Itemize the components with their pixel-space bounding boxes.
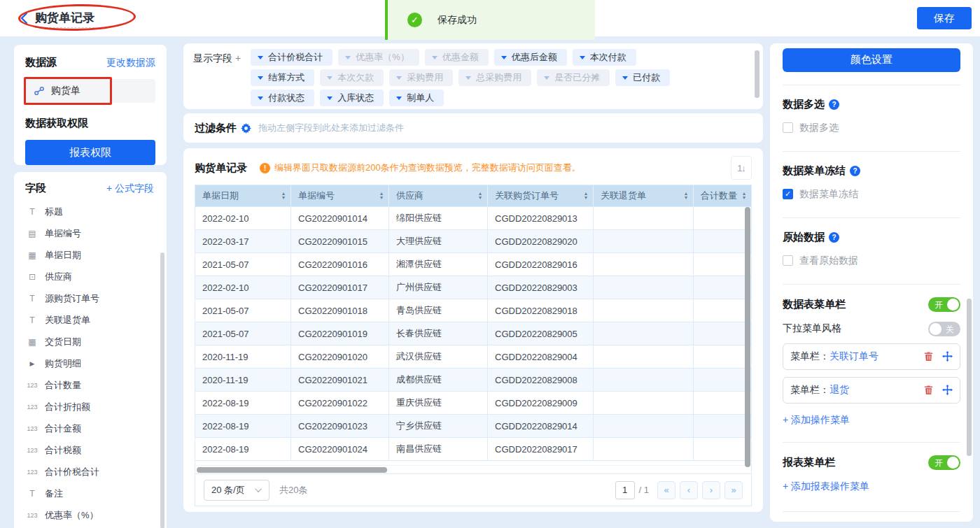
chevron-down-icon [465,76,471,80]
table-row[interactable]: 2022-02-10CG20220901014绵阳供应链CGDD20220829… [195,206,751,229]
raw-data-checkbox[interactable] [783,255,793,266]
table-row[interactable]: 2021-05-07CG20220901016湘潭供应链CGDD20220829… [195,252,751,276]
report-menubar-toggle[interactable]: 开 [928,455,960,470]
trash-icon[interactable] [923,351,934,362]
table-row[interactable]: 2022-03-17CG20220901015大理供应链CGDD20220829… [195,229,751,252]
display-field-chip[interactable]: 合计价税合计 [251,49,332,66]
field-item[interactable]: 123优惠率（%） [25,504,158,526]
table-cell [594,299,694,322]
first-page-button[interactable] [657,481,676,499]
column-header[interactable]: 单据日期▴▾ [195,185,291,206]
sort-arrows-icon[interactable]: ▴▾ [584,192,587,200]
table-row[interactable]: 2022-08-19CG20220901022重庆供应链CGDD20220829… [195,391,751,414]
last-page-button[interactable] [724,481,743,499]
column-header[interactable]: 合计数量▴▾ [694,185,751,206]
sort-arrows-icon[interactable]: ▴▾ [685,192,687,200]
table-row[interactable]: 2021-05-07CG20220901019长春供应链CGDD20220829… [195,322,751,345]
display-field-chips: 合计价税合计优惠率（%）优惠金额优惠后金额本次付款结算方式本次欠款采购费用总采购… [251,49,753,110]
field-item[interactable]: ▤单据编号 [25,222,158,244]
table-row[interactable]: 2022-08-19CG20220901024南昌供应链CGDD20220829… [195,437,751,460]
menu-freeze-checkbox[interactable]: ✓ [783,189,793,199]
multi-select-checkbox[interactable] [783,122,793,133]
help-icon[interactable]: ? [829,232,839,243]
fields-scrollbar[interactable] [160,252,164,528]
display-field-chip[interactable]: 结算方式 [251,69,314,86]
display-field-chip[interactable]: 本次欠款 [320,69,384,86]
display-field-chip[interactable]: 付款状态 [251,90,314,106]
sort-arrows-icon[interactable]: ▴▾ [743,192,746,200]
next-page-button[interactable] [702,481,720,499]
trash-icon[interactable] [923,385,934,395]
grid-vertical-scrollbar[interactable] [745,207,750,467]
field-item[interactable]: 123合计税额 [25,439,158,461]
sort-arrows-icon[interactable]: ▴▾ [282,192,285,200]
display-field-chip[interactable]: 总采购费用 [458,69,531,86]
help-icon[interactable]: ? [829,99,839,110]
menu-freeze-checkbox-row[interactable]: ✓ 数据菜单冻结 [783,188,960,201]
sort-arrows-icon[interactable]: ▴▾ [380,192,383,200]
table-row[interactable]: 2022-02-10CG20220901017广州供应链CGDD20220829… [195,276,751,299]
table-row[interactable]: 2022-08-19CG20220901023宁乡供应链CGDD20220829… [195,414,751,437]
horizontal-scrollbar[interactable] [197,467,387,473]
field-item[interactable]: 123合计数量 [25,374,158,396]
datasource-item[interactable]: 购货单 [25,79,155,103]
display-field-chip[interactable]: 入库状态 [320,90,384,106]
add-report-action-menu-link[interactable]: + 添加报表操作菜单 [783,480,960,493]
field-item[interactable]: ▦单据日期 [25,244,158,266]
table-row[interactable]: 2020-11-19CG20220901020武汉供应链CGDD20220829… [195,345,751,368]
settings-scrollbar[interactable] [967,299,972,456]
sort-icon[interactable] [731,156,752,180]
display-fields-scrollbar[interactable] [755,50,760,98]
field-item[interactable]: T标题 [25,201,158,222]
field-item[interactable]: 123合计金额 [25,418,158,439]
display-field-chip[interactable]: 优惠金额 [425,49,489,66]
page-number-input[interactable]: 1 [615,481,635,499]
field-item[interactable]: T关联退货单 [25,309,158,331]
save-button[interactable]: 保存 [917,7,972,29]
table-cell [694,369,751,391]
dropdown-style-toggle[interactable]: 关 [928,322,960,336]
add-formula-field-link[interactable]: + 公式字段 [106,183,154,195]
table-row[interactable]: 2020-11-19CG20220901021成都供应链CGDD20220829… [195,368,751,391]
column-header[interactable]: 关联购货订单号▴▾ [488,185,594,206]
display-field-chip[interactable]: 已付款 [615,69,670,86]
filter-dropzone-placeholder[interactable]: 拖动左侧字段到此处来添加过滤条件 [258,122,404,134]
column-header[interactable]: 供应商▴▾ [389,185,488,206]
field-item[interactable]: T源购货订单号 [25,287,158,309]
page-size-select[interactable]: 20 条/页 [204,480,270,501]
display-field-chip[interactable]: 本次付款 [573,49,636,66]
color-settings-button[interactable]: 颜色设置 [783,48,960,72]
table-row[interactable]: 2021-05-07CG20220901018青岛供应链CGDD20220829… [195,299,751,322]
field-item[interactable]: 123合计价税合计 [25,461,158,483]
multi-select-checkbox-row[interactable]: 数据多选 [783,122,960,134]
report-permission-button[interactable]: 报表权限 [25,140,155,165]
menu-item-value[interactable]: 退货 [830,384,849,397]
prev-page-button[interactable] [680,481,698,499]
add-display-field-icon[interactable]: + [235,52,241,64]
display-field-chip[interactable]: 优惠率（%） [338,49,419,66]
menu-item-value[interactable]: 关联订单号 [830,350,878,363]
move-icon[interactable] [942,351,953,362]
back-icon[interactable] [18,11,32,25]
display-field-chip[interactable]: 优惠后金额 [494,49,567,66]
gear-icon[interactable] [241,123,251,134]
display-field-chip[interactable]: 采购费用 [389,69,453,86]
display-field-chip[interactable]: 是否已分摊 [537,69,610,86]
column-header[interactable]: 关联退货单▴▾ [594,185,694,206]
table-cell: 南昌供应链 [389,438,488,460]
table-menubar-toggle[interactable]: 开 [928,297,960,312]
field-item[interactable]: ⊡供应商 [25,266,158,287]
column-header[interactable]: 单据编号▴▾ [291,185,389,206]
field-item[interactable]: ▶购货明细 [25,352,158,374]
raw-data-checkbox-row[interactable]: 查看原始数据 [783,255,960,267]
help-icon[interactable]: ? [850,166,860,176]
sort-arrows-icon[interactable]: ▴▾ [479,192,482,200]
move-icon[interactable] [942,385,953,395]
field-item[interactable]: ▦交货日期 [25,331,158,352]
field-item[interactable]: 123合计折扣额 [25,396,158,418]
add-action-menu-link[interactable]: + 添加操作菜单 [783,414,960,427]
change-datasource-link[interactable]: 更改数据源 [106,57,155,69]
display-field-chip[interactable]: 制单人 [389,90,444,106]
column-header-label: 关联购货订单号 [495,190,559,202]
field-item[interactable]: T备注 [25,483,158,504]
